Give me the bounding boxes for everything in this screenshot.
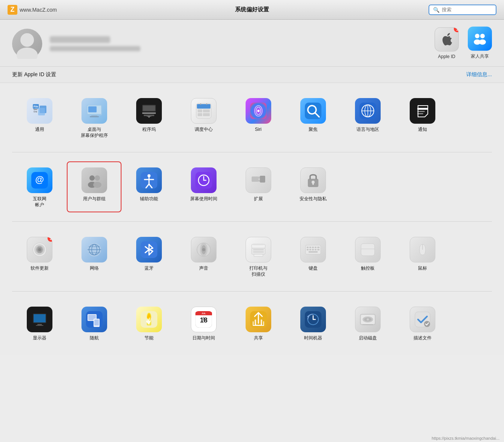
svg-rect-100	[315, 247, 317, 248]
row1-section: File New One 通用 桌面与 屏	[0, 83, 504, 152]
handoff-label: 随航	[90, 335, 99, 341]
url-bar: https://pixzs.tkmia/maoxingchandai...	[427, 434, 504, 442]
grid-item-accessibility[interactable]: 辅助功能	[121, 161, 176, 212]
svg-rect-105	[315, 249, 317, 250]
svg-rect-93	[253, 249, 264, 250]
grid-item-printer[interactable]: 打印机与 扫描仪	[231, 231, 286, 282]
grid-item-datetime[interactable]: JUL 18 日期与时间	[176, 301, 231, 346]
watermark-z-icon: Z	[8, 5, 17, 15]
svg-point-146	[367, 318, 369, 321]
screentime-label: 屏幕使用时间	[190, 196, 217, 202]
notification-svg	[414, 103, 431, 119]
grid-item-sound[interactable]: 声音	[176, 231, 231, 282]
svg-rect-103	[309, 249, 311, 250]
grid-item-siri[interactable]: Siri	[231, 92, 286, 143]
apple-id-icon: 1	[435, 27, 459, 51]
extensions-svg	[250, 172, 267, 189]
schedule-svg	[195, 103, 212, 119]
grid-item-startdisk[interactable]: 启动磁盘	[340, 301, 395, 346]
grid-item-schedule[interactable]: 调度中心	[176, 92, 231, 143]
watermark: Z www.MacZ.com	[8, 5, 57, 15]
printer-label: 打印机与 扫描仪	[249, 266, 267, 277]
banner-link[interactable]: 详细信息...	[466, 71, 492, 78]
grid-item-sharing[interactable]: 共享	[231, 301, 286, 346]
grid-item-trackpad[interactable]: 触控板	[340, 231, 395, 282]
mission-svg	[141, 103, 157, 119]
grid-item-language[interactable]: 语言与地区	[340, 92, 395, 143]
grid-item-mouse[interactable]: 鼠标	[395, 231, 450, 282]
svg-rect-104	[312, 249, 314, 250]
software-svg	[31, 241, 48, 258]
accessibility-svg	[141, 172, 157, 189]
sharing-label: 共享	[254, 335, 263, 341]
grid-item-bluetooth[interactable]: 蓝牙	[121, 231, 176, 282]
grid-item-users[interactable]: 用户与群组	[67, 161, 121, 212]
svg-rect-97	[307, 247, 309, 248]
svg-point-55	[93, 182, 101, 188]
language-label: 语言与地区	[356, 127, 379, 133]
energy-svg	[141, 311, 157, 328]
datetime-icon: JUL 18	[191, 307, 217, 332]
profiles-label: 描述文件	[413, 335, 432, 341]
internet-icon: @	[27, 167, 52, 193]
svg-rect-108	[361, 244, 375, 256]
grid-item-timemachine[interactable]: 时间机器	[286, 301, 340, 346]
grid-item-desktop[interactable]: 桌面与 屏幕保护程序	[67, 92, 121, 143]
mouse-icon	[410, 237, 435, 262]
grid-item-mission[interactable]: 程序坞	[121, 92, 176, 143]
grid-item-handoff[interactable]: 随航	[67, 301, 121, 346]
siri-label: Siri	[255, 127, 261, 133]
row1-grid: File New One 通用 桌面与 屏	[12, 92, 492, 143]
profile-info	[50, 36, 140, 51]
grid-item-notification[interactable]: 通知	[395, 92, 450, 143]
row3-grid: 1 软件更新	[12, 231, 492, 282]
grid-item-extensions[interactable]: 扩展	[231, 161, 286, 212]
profile-section: 1 Apple ID 家人共享	[0, 20, 504, 67]
startdisk-svg	[360, 311, 376, 328]
spotlight-svg	[305, 103, 321, 119]
svg-text:File: File	[34, 105, 38, 108]
grid-item-general[interactable]: File New One 通用	[12, 92, 67, 143]
keyboard-svg	[305, 241, 321, 258]
spotlight-label: 聚焦	[309, 127, 318, 133]
grid-item-energy[interactable]: 节能	[121, 301, 176, 346]
svg-rect-95	[254, 254, 263, 256]
network-label: 网络	[90, 266, 99, 272]
svg-point-1	[17, 48, 38, 59]
family-sharing-button[interactable]: 家人共享	[468, 27, 492, 60]
startdisk-icon	[355, 307, 381, 332]
grid-item-profiles[interactable]: 描述文件	[395, 301, 450, 346]
desktop-icon	[81, 98, 107, 124]
grid-item-spotlight[interactable]: 聚焦	[286, 92, 340, 143]
grid-item-screentime[interactable]: 屏幕使用时间	[176, 161, 231, 212]
handoff-icon	[81, 307, 107, 332]
search-input[interactable]	[442, 7, 492, 12]
svg-rect-11	[38, 108, 45, 115]
grid-item-network[interactable]: 网络	[67, 231, 121, 282]
grid-item-security[interactable]: 安全性与隐私	[286, 161, 340, 212]
svg-rect-99	[312, 247, 314, 248]
apple-id-button[interactable]: 1 Apple ID	[435, 27, 459, 59]
security-svg	[305, 172, 321, 189]
svg-rect-98	[309, 247, 311, 248]
svg-point-89	[202, 248, 205, 251]
energy-label: 节能	[144, 335, 154, 341]
keyboard-label: 键盘	[309, 266, 318, 272]
desktop-label: 桌面与 屏幕保护程序	[81, 127, 108, 138]
grid-item-keyboard[interactable]: 键盘	[286, 231, 340, 282]
bluetooth-icon	[136, 237, 162, 262]
siri-icon	[246, 98, 271, 124]
display-label: 显示器	[33, 335, 46, 341]
svg-rect-69	[260, 176, 265, 183]
grid-item-display[interactable]: 显示器	[12, 301, 67, 346]
svg-rect-68	[258, 180, 260, 182]
update-banner: 更新 Apple ID 设置 详细信息...	[0, 67, 504, 83]
language-svg	[360, 103, 376, 119]
display-icon	[27, 307, 52, 332]
svg-point-0	[20, 33, 34, 47]
svg-rect-106	[317, 249, 320, 250]
grid-item-internet[interactable]: @ 互联网 帐户	[12, 161, 67, 212]
search-bar[interactable]: 🔍	[429, 5, 496, 15]
grid-item-software[interactable]: 1 软件更新	[12, 231, 67, 282]
trackpad-svg	[360, 241, 376, 258]
